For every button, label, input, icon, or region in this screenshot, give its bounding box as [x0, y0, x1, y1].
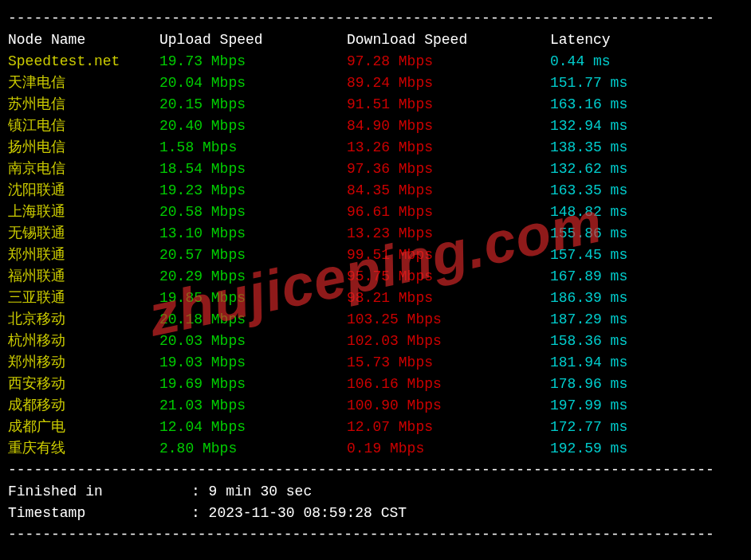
upload-cell: 1.58 Mbps: [159, 137, 347, 159]
latency-cell: 158.36 ms: [550, 331, 743, 352]
upload-cell: 19.85 Mbps: [159, 288, 347, 309]
footer-timestamp: Timestamp : 2023-11-30 08:59:28 CST: [8, 503, 743, 524]
timestamp-value: : 2023-11-30 08:59:28 CST: [191, 503, 407, 524]
footer-finished: Finished in : 9 min 30 sec: [8, 481, 743, 503]
upload-cell: 20.03 Mbps: [159, 331, 347, 352]
divider-bottom: ----------------------------------------…: [8, 524, 743, 546]
latency-cell: 157.45 ms: [550, 245, 743, 266]
upload-cell: 19.69 Mbps: [159, 374, 347, 395]
table-row: 郑州移动19.03 Mbps15.73 Mbps181.94 ms: [8, 352, 743, 374]
node-cell: 扬州电信: [8, 137, 159, 159]
latency-cell: 148.82 ms: [550, 202, 743, 223]
latency-cell: 163.35 ms: [550, 180, 743, 202]
download-cell: 97.36 Mbps: [347, 159, 550, 180]
table-row: 三亚联通19.85 Mbps98.21 Mbps186.39 ms: [8, 288, 743, 309]
download-cell: 0.19 Mbps: [347, 438, 550, 460]
node-cell: 天津电信: [8, 72, 159, 94]
latency-cell: 163.16 ms: [550, 94, 743, 116]
download-cell: 91.51 Mbps: [347, 94, 550, 116]
download-cell: 84.90 Mbps: [347, 116, 550, 137]
node-cell: Speedtest.net: [8, 51, 159, 72]
download-cell: 84.35 Mbps: [347, 180, 550, 202]
node-cell: 南京电信: [8, 159, 159, 180]
download-cell: 89.24 Mbps: [347, 72, 550, 94]
download-cell: 13.23 Mbps: [347, 223, 550, 245]
download-cell: 13.26 Mbps: [347, 137, 550, 159]
latency-cell: 192.59 ms: [550, 438, 743, 460]
table-row: 成都移动21.03 Mbps100.90 Mbps197.99 ms: [8, 395, 743, 417]
node-cell: 上海联通: [8, 202, 159, 223]
latency-cell: 197.99 ms: [550, 395, 743, 417]
finished-value: : 9 min 30 sec: [191, 481, 312, 503]
upload-cell: 20.58 Mbps: [159, 202, 347, 223]
download-cell: 100.90 Mbps: [347, 395, 550, 417]
header-upload: Upload Speed: [159, 29, 347, 51]
table-row: 南京电信18.54 Mbps97.36 Mbps132.62 ms: [8, 159, 743, 180]
download-cell: 106.16 Mbps: [347, 374, 550, 395]
latency-cell: 172.77 ms: [550, 417, 743, 438]
latency-cell: 0.44 ms: [550, 51, 743, 72]
download-cell: 15.73 Mbps: [347, 352, 550, 374]
header-node: Node Name: [8, 29, 159, 51]
table-row: 无锡联通13.10 Mbps13.23 Mbps155.86 ms: [8, 223, 743, 245]
upload-cell: 13.10 Mbps: [159, 223, 347, 245]
latency-cell: 132.62 ms: [550, 159, 743, 180]
latency-cell: 187.29 ms: [550, 309, 743, 331]
node-cell: 杭州移动: [8, 331, 159, 352]
table-row: 天津电信20.04 Mbps89.24 Mbps151.77 ms: [8, 72, 743, 94]
speedtest-row: Speedtest.net 19.73 Mbps 97.28 Mbps 0.44…: [8, 51, 743, 72]
table-row: 上海联通20.58 Mbps96.61 Mbps148.82 ms: [8, 202, 743, 223]
table-row: 重庆有线2.80 Mbps0.19 Mbps192.59 ms: [8, 438, 743, 460]
table-row: 西安移动19.69 Mbps106.16 Mbps178.96 ms: [8, 374, 743, 395]
latency-cell: 151.77 ms: [550, 72, 743, 94]
node-cell: 沈阳联通: [8, 180, 159, 202]
download-cell: 96.61 Mbps: [347, 202, 550, 223]
timestamp-label: Timestamp: [8, 503, 191, 524]
divider-top: ----------------------------------------…: [8, 8, 743, 29]
node-cell: 成都广电: [8, 417, 159, 438]
node-cell: 郑州联通: [8, 245, 159, 266]
header-row: Node Name Upload Speed Download Speed La…: [8, 29, 743, 51]
node-cell: 福州联通: [8, 266, 159, 288]
upload-cell: 20.15 Mbps: [159, 94, 347, 116]
node-cell: 北京移动: [8, 309, 159, 331]
download-cell: 12.07 Mbps: [347, 417, 550, 438]
node-cell: 三亚联通: [8, 288, 159, 309]
upload-cell: 12.04 Mbps: [159, 417, 347, 438]
node-cell: 苏州电信: [8, 94, 159, 116]
node-cell: 镇江电信: [8, 116, 159, 137]
table-row: 北京移动20.18 Mbps103.25 Mbps187.29 ms: [8, 309, 743, 331]
download-cell: 102.03 Mbps: [347, 331, 550, 352]
node-cell: 重庆有线: [8, 438, 159, 460]
terminal-output: ----------------------------------------…: [8, 8, 743, 546]
upload-cell: 20.04 Mbps: [159, 72, 347, 94]
latency-cell: 155.86 ms: [550, 223, 743, 245]
upload-cell: 21.03 Mbps: [159, 395, 347, 417]
node-cell: 西安移动: [8, 374, 159, 395]
upload-cell: 20.40 Mbps: [159, 116, 347, 137]
latency-cell: 132.94 ms: [550, 116, 743, 137]
upload-cell: 19.23 Mbps: [159, 180, 347, 202]
latency-cell: 167.89 ms: [550, 266, 743, 288]
node-cell: 无锡联通: [8, 223, 159, 245]
table-row: 成都广电12.04 Mbps12.07 Mbps172.77 ms: [8, 417, 743, 438]
table-row: 福州联通20.29 Mbps95.75 Mbps167.89 ms: [8, 266, 743, 288]
node-cell: 郑州移动: [8, 352, 159, 374]
download-cell: 97.28 Mbps: [347, 51, 550, 72]
upload-cell: 19.03 Mbps: [159, 352, 347, 374]
latency-cell: 178.96 ms: [550, 374, 743, 395]
upload-cell: 18.54 Mbps: [159, 159, 347, 180]
table-row: 杭州移动20.03 Mbps102.03 Mbps158.36 ms: [8, 331, 743, 352]
table-row: 扬州电信1.58 Mbps13.26 Mbps138.35 ms: [8, 137, 743, 159]
table-row: 苏州电信20.15 Mbps91.51 Mbps163.16 ms: [8, 94, 743, 116]
header-download: Download Speed: [347, 29, 550, 51]
header-latency: Latency: [550, 29, 743, 51]
finished-label: Finished in: [8, 481, 191, 503]
download-cell: 99.51 Mbps: [347, 245, 550, 266]
latency-cell: 138.35 ms: [550, 137, 743, 159]
latency-cell: 181.94 ms: [550, 352, 743, 374]
node-cell: 成都移动: [8, 395, 159, 417]
table-row: 郑州联通20.57 Mbps99.51 Mbps157.45 ms: [8, 245, 743, 266]
upload-cell: 19.73 Mbps: [159, 51, 347, 72]
upload-cell: 20.18 Mbps: [159, 309, 347, 331]
